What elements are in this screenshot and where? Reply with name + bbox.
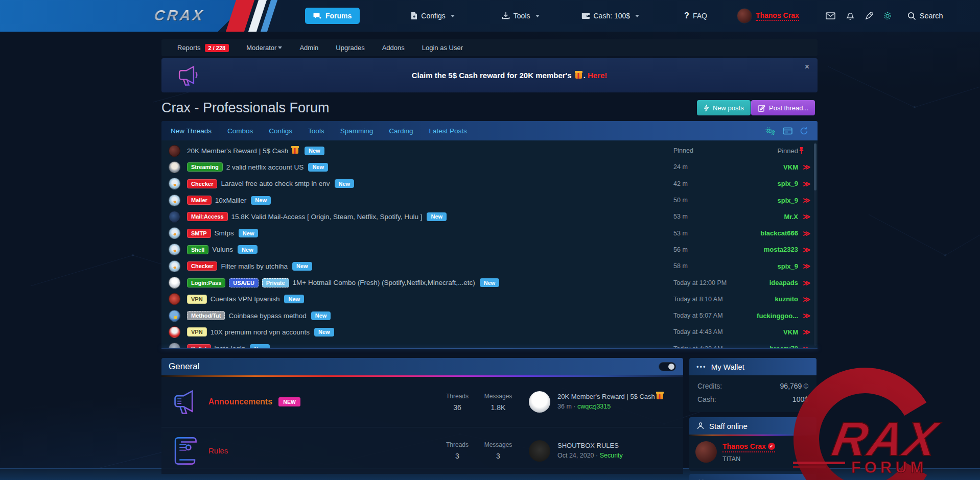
thread-user[interactable]: fuckinggoo... [741, 312, 798, 320]
tab-configs[interactable]: Configs [269, 127, 292, 135]
thread-title[interactable]: 15.8K Valid Mail-Access [ Origin, Steam,… [231, 213, 423, 221]
thread-user[interactable]: spix_9 [741, 180, 798, 187]
thread-user[interactable]: VKM [741, 163, 798, 171]
thread-user[interactable]: kuznito [741, 295, 798, 303]
nav-tools[interactable]: Tools [502, 12, 540, 20]
thread-tag: Shell [187, 245, 208, 254]
gear-icon[interactable] [883, 11, 892, 20]
thread-title[interactable]: Coinbase bypass method [228, 312, 306, 320]
forum-row-rules[interactable]: Rules Threads 3 Messages 3 SHOUTBOX RULE… [161, 427, 683, 474]
thread-row[interactable]: VPNCuentas VPN IpvanishNewToday at 8:10 … [161, 291, 818, 307]
goto-last-icon[interactable]: ≫ [798, 328, 810, 336]
gears-icon[interactable] [765, 127, 776, 135]
tab-new-threads[interactable]: New Threads [171, 127, 212, 135]
nav-configs[interactable]: Configs [411, 12, 454, 20]
thread-title[interactable]: 10X premuim nord vpn accounts [211, 328, 310, 336]
banner-link[interactable]: Here! [588, 71, 607, 80]
scrollbar[interactable] [814, 142, 816, 346]
thread-user[interactable]: spix_9 [741, 262, 798, 270]
last-post-user[interactable]: Security [600, 452, 623, 459]
goto-last-icon[interactable]: ≫ [798, 196, 810, 204]
subnav-item-admin[interactable]: Admin [299, 44, 318, 52]
pin-icon[interactable] [798, 147, 810, 155]
staff-user-link[interactable]: Thanos Crax ✓ [722, 442, 775, 452]
bell-icon[interactable] [846, 12, 854, 20]
tab-carding[interactable]: Carding [389, 127, 413, 135]
tab-spamming[interactable]: Spamming [340, 127, 374, 135]
goto-last-icon[interactable]: ≫ [798, 246, 810, 254]
goto-last-icon[interactable]: ≫ [798, 295, 810, 303]
thread-title[interactable]: Smtps [215, 229, 234, 237]
brand-logo[interactable]: CRAX [153, 7, 205, 24]
thread-row[interactable]: Mailer10xMaillerNew50 mspix_9≫ [161, 192, 818, 208]
thread-row[interactable]: Method/TutCoinbase bypass methodNewToday… [161, 307, 818, 324]
subnav-item-login-as-user[interactable]: Login as User [422, 44, 463, 52]
thread-row[interactable]: Mail:Access15.8K Valid Mail-Access [ Ori… [161, 208, 818, 225]
collapse-toggle[interactable] [659, 362, 676, 371]
tab-latest-posts[interactable]: Latest Posts [429, 127, 466, 135]
forum-link-announcements[interactable]: Announcements [208, 397, 272, 406]
last-post[interactable]: SHOUTBOX RULES Oct 24, 2020 · Security [557, 441, 674, 461]
avatar[interactable] [529, 440, 550, 462]
thread-title[interactable]: Laravel free auto check smtp in env [221, 180, 330, 187]
nav-faq[interactable]: ? FAQ [684, 11, 707, 20]
subnav-reports[interactable]: Reports 2 / 228 [177, 44, 229, 52]
subnav-item-moderator[interactable]: Moderator [246, 44, 282, 52]
thread-title[interactable]: 1M+ Hotmail Combo (Fresh) (Spotify,Netfl… [293, 279, 475, 286]
thread-row[interactable]: Bulletinsta loginNewToday at 4:30 AMbree… [161, 341, 818, 348]
scrollbar-thumb[interactable] [814, 143, 816, 190]
forums-button[interactable]: Forums [305, 8, 360, 24]
thread-user[interactable]: VKM [741, 328, 798, 336]
thread-row[interactable]: Login:PassUSA/EUPrivate1M+ Hotmail Combo… [161, 274, 818, 291]
thread-row[interactable]: CheckerLaravel free auto check smtp in e… [161, 176, 818, 192]
pen-icon[interactable] [865, 12, 873, 20]
refresh-icon[interactable] [800, 127, 808, 135]
forum-link-rules[interactable]: Rules [208, 446, 228, 455]
last-post[interactable]: 20K Member's Reward | 5$ Cash 36 m · cwq… [557, 392, 674, 412]
thread-row[interactable]: ShellVulunsNew56 mmosta2323≫ [161, 242, 818, 258]
thread-user[interactable]: mosta2323 [741, 246, 798, 253]
goto-last-icon[interactable]: ≫ [798, 279, 810, 287]
thread-tag: Checker [187, 261, 217, 271]
thread-title[interactable]: 2 valid netflix account US [226, 163, 304, 171]
thread-title[interactable]: Vuluns [212, 246, 233, 253]
tab-combos[interactable]: Combos [227, 127, 253, 135]
goto-last-icon[interactable]: ≫ [798, 163, 810, 171]
search-button[interactable]: Search [907, 12, 943, 20]
thread-title[interactable]: 20K Member's Reward | 5$ Cash [187, 147, 300, 155]
scroll-icon [171, 435, 203, 467]
last-post-user[interactable]: cwqczj3315 [577, 403, 611, 410]
mail-icon[interactable] [826, 12, 835, 19]
goto-last-icon[interactable]: ≫ [798, 262, 810, 270]
goto-last-icon[interactable]: ≫ [798, 180, 810, 188]
thread-user[interactable]: spix_9 [741, 197, 798, 204]
forum-row-announcements[interactable]: Announcements NEW Threads 36 Messages 1.… [161, 377, 683, 427]
goto-last-icon[interactable]: ≫ [798, 229, 810, 237]
thread-title[interactable]: 10xMailler [215, 197, 247, 204]
subnav-item-addons[interactable]: Addons [382, 44, 405, 52]
thread-title[interactable]: Filter mails by utchiha [221, 262, 288, 270]
goto-last-icon[interactable]: ≫ [798, 212, 810, 221]
thread-row[interactable]: VPN10X premuim nord vpn accountsNewToday… [161, 324, 818, 340]
new-posts-button[interactable]: New posts [697, 100, 751, 115]
thread-row[interactable]: 20K Member's Reward | 5$ Cash NewPinnedP… [161, 142, 818, 159]
post-thread-button[interactable]: Post thread... [751, 100, 815, 115]
thread-title[interactable]: Cuentas VPN Ipvanish [211, 295, 280, 303]
thread-user[interactable]: ideapads [741, 279, 798, 286]
thread-row[interactable]: SMTPSmtpsNew53 mblackcat666≫ [161, 225, 818, 241]
thread-row[interactable]: CheckerFilter mails by utchihaNew58 mspi… [161, 258, 818, 274]
subnav-item-upgrades[interactable]: Upgrades [336, 44, 364, 52]
thread-user[interactable]: Pinned [741, 147, 798, 155]
thread-user[interactable]: Mr.X [741, 213, 798, 221]
nav-cash[interactable]: Cash: 100$ [581, 12, 640, 20]
avatar[interactable] [529, 391, 550, 413]
thread-row[interactable]: Streaming2 valid netflix account USNew24… [161, 159, 818, 175]
general-header[interactable]: General [161, 358, 683, 375]
avatar[interactable] [695, 441, 717, 463]
nav-user[interactable]: Thanos Crax [737, 8, 799, 23]
thread-user[interactable]: blackcat666 [741, 229, 798, 237]
tab-tools[interactable]: Tools [308, 127, 324, 135]
close-icon[interactable]: × [805, 62, 809, 71]
card-icon[interactable] [783, 127, 792, 135]
goto-last-icon[interactable]: ≫ [798, 311, 810, 320]
